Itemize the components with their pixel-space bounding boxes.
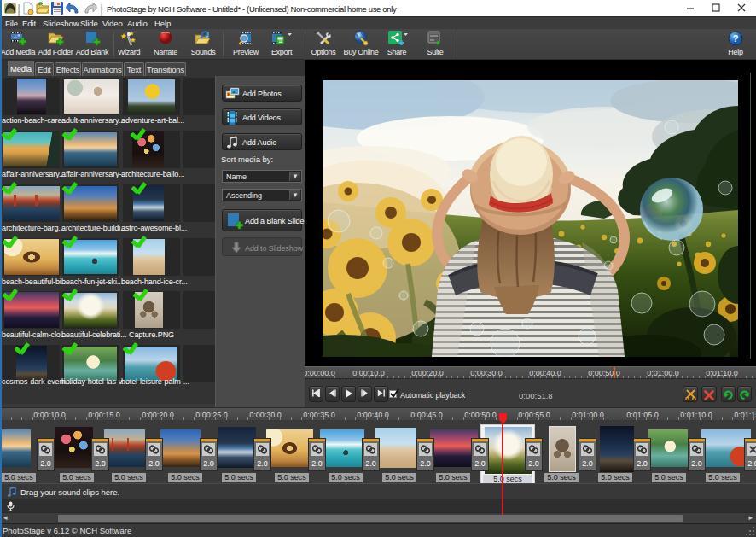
svg-text:?: ? bbox=[733, 33, 739, 44]
